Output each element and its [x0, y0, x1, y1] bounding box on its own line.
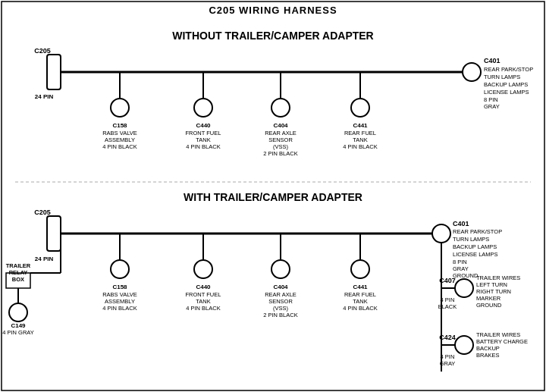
svg-text:TRAILER: TRAILER	[6, 262, 31, 269]
wiring-diagram-svg: WITHOUT TRAILER/CAMPER ADAPTER C205 24 P…	[0, 0, 546, 392]
svg-point-74	[351, 260, 369, 278]
svg-text:BLACK: BLACK	[438, 303, 457, 310]
svg-text:TANK: TANK	[353, 136, 367, 143]
svg-point-14	[111, 99, 129, 117]
svg-text:C401: C401	[484, 57, 500, 64]
svg-text:ASSEMBLY: ASSEMBLY	[105, 136, 135, 143]
svg-text:GRAY: GRAY	[453, 265, 469, 272]
svg-text:REAR AXLE: REAR AXLE	[265, 130, 297, 136]
svg-point-61	[194, 260, 212, 278]
svg-point-55	[111, 260, 129, 278]
svg-text:TANK: TANK	[196, 298, 210, 305]
svg-text:C404: C404	[273, 284, 288, 290]
svg-text:4 PIN: 4 PIN	[441, 296, 455, 303]
svg-point-26	[271, 99, 290, 117]
svg-text:REAR FUEL: REAR FUEL	[344, 291, 376, 298]
svg-text:FRONT FUEL: FRONT FUEL	[186, 291, 221, 298]
svg-text:C401: C401	[453, 220, 469, 227]
svg-text:8 PIN: 8 PIN	[453, 259, 467, 265]
svg-text:TRAILER WIRES: TRAILER WIRES	[476, 331, 520, 338]
svg-text:REAR AXLE: REAR AXLE	[265, 291, 297, 298]
svg-text:C441: C441	[353, 284, 368, 290]
svg-text:4 PIN BLACK: 4 PIN BLACK	[102, 143, 136, 150]
svg-text:C149: C149	[11, 322, 26, 329]
svg-text:WITHOUT  TRAILER/CAMPER  ADAPT: WITHOUT TRAILER/CAMPER ADAPTER	[172, 30, 373, 42]
svg-text:BACKUP LAMPS: BACKUP LAMPS	[453, 243, 497, 250]
svg-text:TURN LAMPS: TURN LAMPS	[453, 236, 489, 243]
svg-rect-2	[47, 55, 61, 89]
svg-text:2 PIN BLACK: 2 PIN BLACK	[263, 150, 297, 157]
svg-point-90	[455, 279, 473, 297]
svg-text:C404: C404	[273, 122, 288, 129]
svg-text:4 PIN GRAY: 4 PIN GRAY	[2, 329, 34, 336]
svg-point-67	[271, 260, 290, 278]
svg-text:GROUND: GROUND	[453, 272, 479, 279]
svg-text:TANK: TANK	[196, 136, 210, 143]
svg-text:C440: C440	[196, 284, 211, 290]
svg-text:BACKUP: BACKUP	[476, 345, 500, 352]
svg-text:REAR PARK/STOP: REAR PARK/STOP	[453, 228, 502, 235]
svg-text:C441: C441	[353, 122, 368, 129]
svg-text:MARKER: MARKER	[476, 295, 501, 302]
svg-text:BOX: BOX	[12, 276, 24, 283]
svg-text:REAR PARK/STOP: REAR PARK/STOP	[484, 66, 533, 73]
svg-text:TRAILER WIRES: TRAILER WIRES	[476, 274, 520, 281]
svg-text:ASSEMBLY: ASSEMBLY	[105, 298, 135, 305]
svg-rect-41	[47, 216, 61, 251]
svg-text:4 PIN: 4 PIN	[441, 353, 455, 360]
svg-text:TANK: TANK	[353, 298, 367, 305]
svg-text:4 PIN BLACK: 4 PIN BLACK	[343, 305, 377, 312]
svg-text:RIGHT TURN: RIGHT TURN	[476, 288, 511, 295]
svg-text:C158: C158	[112, 122, 127, 129]
svg-text:RABS VALVE: RABS VALVE	[102, 130, 137, 136]
svg-text:BATTERY CHARGE: BATTERY CHARGE	[476, 338, 528, 345]
svg-text:GRAY: GRAY	[484, 103, 500, 110]
svg-text:LEFT TURN: LEFT TURN	[476, 281, 507, 288]
svg-text:GRAY: GRAY	[440, 360, 456, 367]
diagram-container: C205 WIRING HARNESS WITHOUT TRAILER/CAMP…	[0, 0, 546, 392]
svg-text:(VSS): (VSS)	[273, 305, 289, 312]
svg-point-79	[432, 224, 450, 243]
svg-text:24 PIN: 24 PIN	[35, 93, 54, 100]
svg-text:BACKUP LAMPS: BACKUP LAMPS	[484, 81, 528, 88]
svg-text:RELAY: RELAY	[9, 269, 28, 276]
svg-point-5	[463, 63, 481, 81]
svg-text:C440: C440	[196, 122, 211, 129]
svg-text:C158: C158	[112, 284, 127, 290]
svg-text:4 PIN BLACK: 4 PIN BLACK	[102, 305, 136, 312]
svg-text:(VSS): (VSS)	[273, 143, 289, 150]
svg-text:BRAKES: BRAKES	[476, 352, 499, 359]
svg-text:RABS VALVE: RABS VALVE	[102, 291, 137, 298]
svg-text:8 PIN: 8 PIN	[484, 96, 498, 103]
svg-text:WITH  TRAILER/CAMPER  ADAPTER: WITH TRAILER/CAMPER ADAPTER	[184, 191, 362, 203]
svg-text:C205: C205	[34, 209, 51, 216]
svg-text:LICENSE LAMPS: LICENSE LAMPS	[453, 251, 498, 258]
svg-text:TURN LAMPS: TURN LAMPS	[484, 74, 520, 80]
svg-text:24 PIN: 24 PIN	[35, 256, 54, 262]
svg-text:2 PIN BLACK: 2 PIN BLACK	[263, 312, 297, 318]
svg-text:C407: C407	[439, 277, 456, 284]
svg-point-51	[9, 303, 27, 321]
svg-text:SENSOR: SENSOR	[268, 298, 293, 305]
svg-text:C205: C205	[34, 47, 51, 55]
svg-point-20	[194, 99, 212, 117]
svg-text:4 PIN BLACK: 4 PIN BLACK	[186, 143, 220, 150]
svg-text:REAR FUEL: REAR FUEL	[344, 130, 376, 136]
svg-text:C424: C424	[439, 334, 456, 341]
svg-text:LICENSE LAMPS: LICENSE LAMPS	[484, 89, 529, 96]
svg-point-100	[455, 336, 473, 354]
svg-text:GROUND: GROUND	[476, 302, 502, 309]
svg-point-33	[351, 99, 369, 117]
svg-text:4 PIN BLACK: 4 PIN BLACK	[343, 143, 377, 150]
svg-text:SENSOR: SENSOR	[268, 136, 293, 143]
svg-text:4 PIN BLACK: 4 PIN BLACK	[186, 305, 220, 312]
svg-text:FRONT FUEL: FRONT FUEL	[186, 130, 221, 136]
